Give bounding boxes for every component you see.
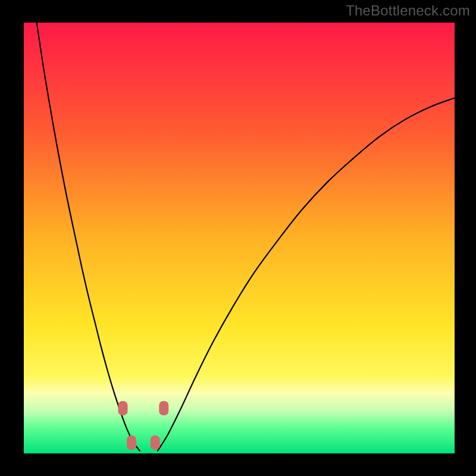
- floor-marker: [151, 436, 160, 450]
- plot-svg: [24, 23, 455, 453]
- floor-marker: [159, 401, 168, 415]
- floor-marker: [127, 436, 136, 450]
- floor-marker: [118, 401, 128, 415]
- watermark-text: TheBottleneck.com: [346, 2, 470, 19]
- chart-container: TheBottleneck.com: [0, 0, 476, 476]
- gradient-background: [24, 23, 455, 453]
- plot-area: [24, 23, 455, 453]
